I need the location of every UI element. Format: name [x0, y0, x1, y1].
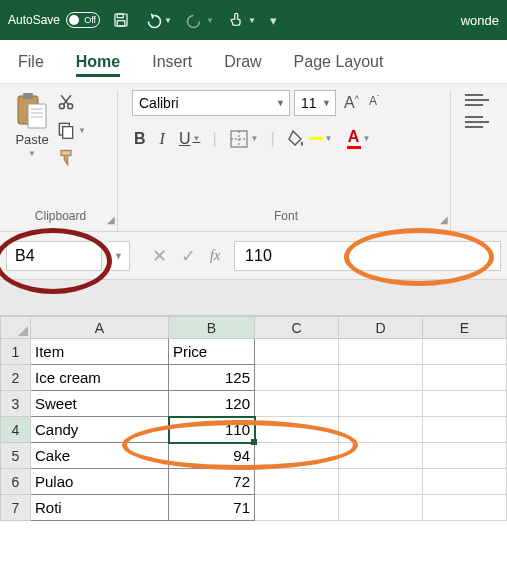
- paste-caret-icon[interactable]: ▼: [28, 149, 36, 158]
- autosave-toggle[interactable]: AutoSave Off: [8, 12, 100, 28]
- formula-bar[interactable]: 110: [234, 241, 501, 271]
- cell[interactable]: [339, 443, 423, 469]
- font-color-bar: [347, 146, 361, 149]
- ribbon-tabs: File Home Insert Draw Page Layout: [0, 40, 507, 84]
- cell[interactable]: 72: [169, 469, 255, 495]
- svg-rect-4: [23, 93, 33, 99]
- name-box-caret[interactable]: ▼: [108, 241, 130, 271]
- cell[interactable]: 94: [169, 443, 255, 469]
- cell[interactable]: Pulao: [31, 469, 169, 495]
- copy-button[interactable]: ▼: [56, 120, 86, 140]
- font-size-select[interactable]: 11 ▼: [294, 90, 336, 116]
- col-header-e[interactable]: E: [423, 317, 507, 339]
- col-header-b[interactable]: B: [169, 317, 255, 339]
- italic-button[interactable]: I: [158, 128, 167, 150]
- touch-mode-button[interactable]: ▼: [228, 11, 256, 29]
- svg-rect-2: [117, 21, 125, 26]
- name-box[interactable]: B4: [6, 241, 102, 271]
- customize-qat-button[interactable]: ▾: [270, 13, 277, 28]
- cut-button[interactable]: [56, 92, 86, 112]
- alignment-group: [459, 90, 499, 231]
- col-header-a[interactable]: A: [31, 317, 169, 339]
- cell[interactable]: Sweet: [31, 391, 169, 417]
- font-dialog-icon[interactable]: ◢: [440, 214, 448, 225]
- decrease-font-button[interactable]: Aˇ: [365, 92, 383, 114]
- svg-rect-1: [117, 14, 123, 18]
- cell[interactable]: [339, 391, 423, 417]
- col-header-d[interactable]: D: [339, 317, 423, 339]
- copy-caret-icon[interactable]: ▼: [78, 126, 86, 135]
- tab-page-layout[interactable]: Page Layout: [294, 53, 384, 71]
- cell[interactable]: [423, 469, 507, 495]
- touch-caret-icon[interactable]: ▼: [248, 16, 256, 25]
- paste-button[interactable]: Paste ▼: [14, 90, 50, 168]
- cell[interactable]: [339, 469, 423, 495]
- row-header[interactable]: 5: [1, 443, 31, 469]
- cell[interactable]: [423, 339, 507, 365]
- borders-button[interactable]: ▼: [227, 127, 261, 151]
- cell[interactable]: [339, 365, 423, 391]
- clipboard-dialog-icon[interactable]: ◢: [107, 214, 115, 225]
- cell[interactable]: Cake: [31, 443, 169, 469]
- underline-button[interactable]: U▼: [177, 128, 202, 150]
- cell[interactable]: [255, 365, 339, 391]
- cell[interactable]: [423, 391, 507, 417]
- cell[interactable]: [255, 391, 339, 417]
- worksheet-grid[interactable]: A B C D E 1 Item Price 2 Ice cream 125 3…: [0, 316, 507, 521]
- redo-caret-icon[interactable]: ▼: [206, 16, 214, 25]
- cell-selected[interactable]: 110: [169, 417, 255, 443]
- ribbon: Paste ▼ ▼ Clipboard ◢ Calibri: [0, 84, 507, 232]
- cell[interactable]: [255, 443, 339, 469]
- cell[interactable]: Roti: [31, 495, 169, 521]
- row-header[interactable]: 3: [1, 391, 31, 417]
- enter-formula-button[interactable]: ✓: [181, 245, 196, 267]
- row-header[interactable]: 7: [1, 495, 31, 521]
- cancel-formula-button[interactable]: ✕: [152, 245, 167, 267]
- title-bar: AutoSave Off ▼ ▼ ▼ ▾ wonde: [0, 0, 507, 40]
- toggle-switch[interactable]: Off: [66, 12, 100, 28]
- cell[interactable]: [255, 417, 339, 443]
- increase-font-button[interactable]: A^: [340, 92, 363, 114]
- caret-down-icon: ▼: [276, 98, 285, 108]
- save-button[interactable]: [112, 11, 130, 29]
- cell[interactable]: 125: [169, 365, 255, 391]
- fx-icon[interactable]: fx: [210, 248, 220, 264]
- align-button-2[interactable]: [465, 116, 489, 128]
- cell[interactable]: [423, 443, 507, 469]
- row-header[interactable]: 1: [1, 339, 31, 365]
- cell[interactable]: [339, 339, 423, 365]
- tab-insert[interactable]: Insert: [152, 53, 192, 71]
- font-name-select[interactable]: Calibri ▼: [132, 90, 290, 116]
- font-color-button[interactable]: A ▼: [345, 126, 373, 151]
- undo-caret-icon[interactable]: ▼: [164, 16, 172, 25]
- bold-button[interactable]: B: [132, 128, 148, 150]
- cell[interactable]: Ice cream: [31, 365, 169, 391]
- cell[interactable]: Item: [31, 339, 169, 365]
- tab-draw[interactable]: Draw: [224, 53, 261, 71]
- select-all-corner[interactable]: [1, 317, 31, 339]
- cell[interactable]: Price: [169, 339, 255, 365]
- cell[interactable]: [255, 339, 339, 365]
- fill-color-button[interactable]: ▼: [285, 127, 335, 151]
- undo-button[interactable]: ▼: [144, 11, 172, 29]
- cell[interactable]: [423, 495, 507, 521]
- cell[interactable]: [255, 469, 339, 495]
- cell[interactable]: [339, 417, 423, 443]
- cell[interactable]: [423, 365, 507, 391]
- tab-home[interactable]: Home: [76, 53, 120, 71]
- row-header[interactable]: 4: [1, 417, 31, 443]
- cell[interactable]: 71: [169, 495, 255, 521]
- redo-button[interactable]: ▼: [186, 11, 214, 29]
- cell[interactable]: [255, 495, 339, 521]
- autosave-label: AutoSave: [8, 13, 60, 27]
- cell[interactable]: Candy: [31, 417, 169, 443]
- row-header[interactable]: 6: [1, 469, 31, 495]
- cell[interactable]: 120: [169, 391, 255, 417]
- cell[interactable]: [423, 417, 507, 443]
- col-header-c[interactable]: C: [255, 317, 339, 339]
- tab-file[interactable]: File: [18, 53, 44, 71]
- cell[interactable]: [339, 495, 423, 521]
- row-header[interactable]: 2: [1, 365, 31, 391]
- align-button[interactable]: [465, 94, 489, 106]
- format-painter-button[interactable]: [56, 148, 86, 168]
